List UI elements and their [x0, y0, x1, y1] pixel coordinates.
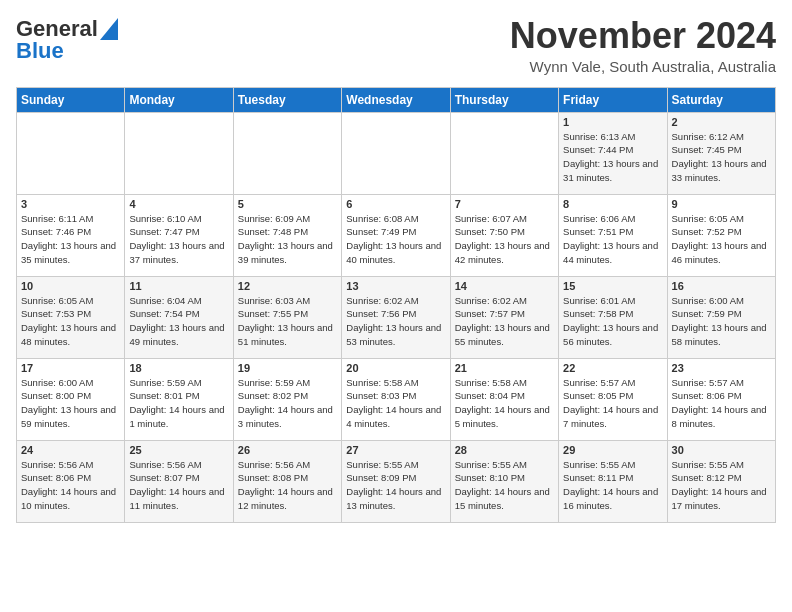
day-info: Sunrise: 5:57 AMSunset: 8:06 PMDaylight:… [672, 376, 771, 431]
day-number: 10 [21, 280, 120, 292]
calendar-cell: 9Sunrise: 6:05 AMSunset: 7:52 PMDaylight… [667, 194, 775, 276]
day-info: Sunrise: 6:03 AMSunset: 7:55 PMDaylight:… [238, 294, 337, 349]
day-number: 9 [672, 198, 771, 210]
day-number: 19 [238, 362, 337, 374]
day-header-tuesday: Tuesday [233, 87, 341, 112]
day-number: 21 [455, 362, 554, 374]
logo-blue: Blue [16, 38, 64, 64]
calendar-cell [450, 112, 558, 194]
title-area: November 2024 Wynn Vale, South Australia… [510, 16, 776, 75]
day-info: Sunrise: 6:13 AMSunset: 7:44 PMDaylight:… [563, 130, 662, 185]
day-info: Sunrise: 5:55 AMSunset: 8:12 PMDaylight:… [672, 458, 771, 513]
calendar-cell: 20Sunrise: 5:58 AMSunset: 8:03 PMDayligh… [342, 358, 450, 440]
day-number: 8 [563, 198, 662, 210]
day-info: Sunrise: 5:57 AMSunset: 8:05 PMDaylight:… [563, 376, 662, 431]
calendar-week-3: 10Sunrise: 6:05 AMSunset: 7:53 PMDayligh… [17, 276, 776, 358]
day-number: 7 [455, 198, 554, 210]
day-header-sunday: Sunday [17, 87, 125, 112]
calendar-cell: 30Sunrise: 5:55 AMSunset: 8:12 PMDayligh… [667, 440, 775, 522]
calendar-cell: 2Sunrise: 6:12 AMSunset: 7:45 PMDaylight… [667, 112, 775, 194]
calendar-cell: 22Sunrise: 5:57 AMSunset: 8:05 PMDayligh… [559, 358, 667, 440]
day-header-monday: Monday [125, 87, 233, 112]
day-info: Sunrise: 5:55 AMSunset: 8:10 PMDaylight:… [455, 458, 554, 513]
calendar-cell: 16Sunrise: 6:00 AMSunset: 7:59 PMDayligh… [667, 276, 775, 358]
logo-triangle-icon [100, 18, 118, 40]
calendar-cell: 10Sunrise: 6:05 AMSunset: 7:53 PMDayligh… [17, 276, 125, 358]
calendar-cell: 7Sunrise: 6:07 AMSunset: 7:50 PMDaylight… [450, 194, 558, 276]
day-number: 27 [346, 444, 445, 456]
day-info: Sunrise: 6:04 AMSunset: 7:54 PMDaylight:… [129, 294, 228, 349]
calendar-week-2: 3Sunrise: 6:11 AMSunset: 7:46 PMDaylight… [17, 194, 776, 276]
day-info: Sunrise: 5:58 AMSunset: 8:04 PMDaylight:… [455, 376, 554, 431]
svg-marker-0 [100, 18, 118, 40]
day-number: 25 [129, 444, 228, 456]
day-number: 15 [563, 280, 662, 292]
calendar-week-1: 1Sunrise: 6:13 AMSunset: 7:44 PMDaylight… [17, 112, 776, 194]
day-header-wednesday: Wednesday [342, 87, 450, 112]
calendar-header-row: SundayMondayTuesdayWednesdayThursdayFrid… [17, 87, 776, 112]
day-info: Sunrise: 6:05 AMSunset: 7:52 PMDaylight:… [672, 212, 771, 267]
day-info: Sunrise: 5:58 AMSunset: 8:03 PMDaylight:… [346, 376, 445, 431]
location-subtitle: Wynn Vale, South Australia, Australia [510, 58, 776, 75]
day-number: 14 [455, 280, 554, 292]
day-number: 13 [346, 280, 445, 292]
calendar-cell: 5Sunrise: 6:09 AMSunset: 7:48 PMDaylight… [233, 194, 341, 276]
calendar-week-5: 24Sunrise: 5:56 AMSunset: 8:06 PMDayligh… [17, 440, 776, 522]
day-info: Sunrise: 6:00 AMSunset: 8:00 PMDaylight:… [21, 376, 120, 431]
month-title: November 2024 [510, 16, 776, 56]
day-number: 17 [21, 362, 120, 374]
calendar-cell: 4Sunrise: 6:10 AMSunset: 7:47 PMDaylight… [125, 194, 233, 276]
day-info: Sunrise: 6:12 AMSunset: 7:45 PMDaylight:… [672, 130, 771, 185]
calendar-cell: 23Sunrise: 5:57 AMSunset: 8:06 PMDayligh… [667, 358, 775, 440]
calendar-cell [342, 112, 450, 194]
calendar-cell: 14Sunrise: 6:02 AMSunset: 7:57 PMDayligh… [450, 276, 558, 358]
day-number: 18 [129, 362, 228, 374]
day-number: 26 [238, 444, 337, 456]
calendar-cell: 15Sunrise: 6:01 AMSunset: 7:58 PMDayligh… [559, 276, 667, 358]
day-number: 11 [129, 280, 228, 292]
day-info: Sunrise: 5:59 AMSunset: 8:01 PMDaylight:… [129, 376, 228, 431]
calendar-cell: 13Sunrise: 6:02 AMSunset: 7:56 PMDayligh… [342, 276, 450, 358]
day-info: Sunrise: 6:10 AMSunset: 7:47 PMDaylight:… [129, 212, 228, 267]
calendar-cell: 28Sunrise: 5:55 AMSunset: 8:10 PMDayligh… [450, 440, 558, 522]
calendar-cell [17, 112, 125, 194]
calendar-cell: 27Sunrise: 5:55 AMSunset: 8:09 PMDayligh… [342, 440, 450, 522]
day-info: Sunrise: 5:56 AMSunset: 8:06 PMDaylight:… [21, 458, 120, 513]
day-header-saturday: Saturday [667, 87, 775, 112]
day-number: 2 [672, 116, 771, 128]
calendar-table: SundayMondayTuesdayWednesdayThursdayFrid… [16, 87, 776, 523]
day-number: 20 [346, 362, 445, 374]
calendar-cell: 6Sunrise: 6:08 AMSunset: 7:49 PMDaylight… [342, 194, 450, 276]
day-header-friday: Friday [559, 87, 667, 112]
calendar-cell: 12Sunrise: 6:03 AMSunset: 7:55 PMDayligh… [233, 276, 341, 358]
calendar-cell: 25Sunrise: 5:56 AMSunset: 8:07 PMDayligh… [125, 440, 233, 522]
day-info: Sunrise: 6:06 AMSunset: 7:51 PMDaylight:… [563, 212, 662, 267]
calendar-cell: 8Sunrise: 6:06 AMSunset: 7:51 PMDaylight… [559, 194, 667, 276]
day-info: Sunrise: 5:55 AMSunset: 8:09 PMDaylight:… [346, 458, 445, 513]
day-number: 29 [563, 444, 662, 456]
day-info: Sunrise: 6:02 AMSunset: 7:57 PMDaylight:… [455, 294, 554, 349]
day-number: 24 [21, 444, 120, 456]
day-number: 28 [455, 444, 554, 456]
calendar-cell: 29Sunrise: 5:55 AMSunset: 8:11 PMDayligh… [559, 440, 667, 522]
calendar-cell: 1Sunrise: 6:13 AMSunset: 7:44 PMDaylight… [559, 112, 667, 194]
day-info: Sunrise: 6:09 AMSunset: 7:48 PMDaylight:… [238, 212, 337, 267]
day-number: 6 [346, 198, 445, 210]
day-number: 4 [129, 198, 228, 210]
calendar-cell: 26Sunrise: 5:56 AMSunset: 8:08 PMDayligh… [233, 440, 341, 522]
calendar-cell: 18Sunrise: 5:59 AMSunset: 8:01 PMDayligh… [125, 358, 233, 440]
day-info: Sunrise: 6:11 AMSunset: 7:46 PMDaylight:… [21, 212, 120, 267]
day-info: Sunrise: 5:55 AMSunset: 8:11 PMDaylight:… [563, 458, 662, 513]
calendar-cell [125, 112, 233, 194]
day-number: 30 [672, 444, 771, 456]
day-number: 23 [672, 362, 771, 374]
day-info: Sunrise: 5:59 AMSunset: 8:02 PMDaylight:… [238, 376, 337, 431]
day-info: Sunrise: 6:05 AMSunset: 7:53 PMDaylight:… [21, 294, 120, 349]
day-number: 3 [21, 198, 120, 210]
calendar-cell [233, 112, 341, 194]
day-number: 1 [563, 116, 662, 128]
calendar-week-4: 17Sunrise: 6:00 AMSunset: 8:00 PMDayligh… [17, 358, 776, 440]
calendar-cell: 17Sunrise: 6:00 AMSunset: 8:00 PMDayligh… [17, 358, 125, 440]
day-number: 12 [238, 280, 337, 292]
day-info: Sunrise: 5:56 AMSunset: 8:08 PMDaylight:… [238, 458, 337, 513]
